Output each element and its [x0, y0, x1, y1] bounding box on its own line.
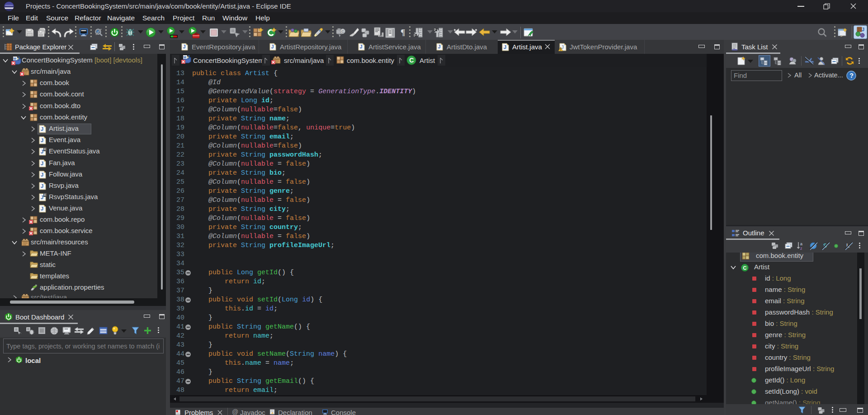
svg-text:J: J: [862, 27, 864, 32]
svg-text:J: J: [504, 44, 506, 50]
svg-text:z: z: [800, 246, 802, 250]
svg-text:J: J: [438, 44, 441, 49]
svg-text:J: J: [183, 44, 186, 49]
svg-text:J: J: [360, 44, 363, 49]
svg-text:C: C: [341, 29, 344, 33]
svg-text:M: M: [183, 55, 186, 59]
svg-text:?: ?: [849, 72, 854, 79]
svg-text:J: J: [187, 55, 190, 60]
svg-text:C: C: [409, 57, 414, 64]
svg-text:J: J: [271, 44, 274, 49]
svg-text:a: a: [800, 242, 802, 246]
